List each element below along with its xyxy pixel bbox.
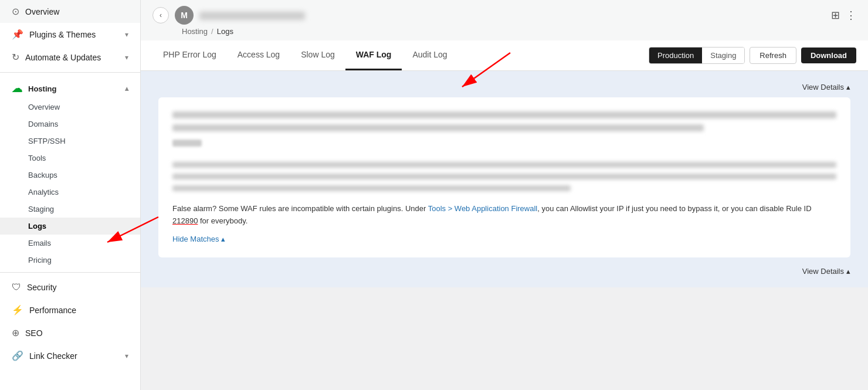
- divider: [0, 272, 140, 273]
- sidebar-item-staging[interactable]: Staging: [0, 201, 140, 218]
- blurred-log-line: [172, 124, 704, 131]
- main-content: ‹ M ⊞ ⋮ Hosting / Logs PHP Error Log Acc…: [141, 0, 868, 390]
- sidebar-item-label: Plugins & Themes: [29, 30, 96, 39]
- sidebar-item-security[interactable]: 🛡 Security: [0, 276, 140, 299]
- waf-link[interactable]: Tools > Web Application Firewall: [428, 204, 538, 213]
- production-button[interactable]: Production: [649, 48, 702, 63]
- sidebar-section-hosting[interactable]: ☁ Hosting ▴: [0, 76, 140, 99]
- view-details-bottom-button[interactable]: View Details ▴: [802, 267, 850, 276]
- sidebar-item-analytics[interactable]: Analytics: [0, 184, 140, 201]
- waf-notice: False alarm? Some WAF rules are incompat…: [172, 203, 836, 228]
- sidebar-item-label: SEO: [25, 328, 43, 338]
- chevron-up-icon: ▴: [125, 84, 128, 93]
- wordpress-icon-button[interactable]: ⊞: [831, 9, 840, 22]
- chevron-down-icon: ▾: [125, 30, 128, 39]
- rule-id: 212890: [172, 216, 198, 225]
- sidebar-item-overview-top[interactable]: ⊙ Overview: [0, 0, 140, 23]
- chevron-up-icon: ▴: [846, 83, 850, 91]
- sidebar-item-label: Overview: [25, 7, 59, 16]
- content-area: View Details ▴ False alarm? Some WAF rul…: [141, 71, 868, 390]
- sidebar-item-label: Link Checker: [29, 351, 77, 361]
- sidebar-item-sftp-ssh[interactable]: SFTP/SSH: [0, 133, 140, 150]
- sidebar-item-label: Performance: [29, 306, 76, 315]
- tab-php-error-log[interactable]: PHP Error Log: [152, 40, 227, 70]
- seo-icon: ⊕: [12, 327, 19, 338]
- performance-icon: ⚡: [12, 304, 23, 316]
- log-card-footer: View Details ▴: [158, 267, 850, 276]
- topbar: ‹ M ⊞ ⋮ Hosting / Logs: [141, 0, 868, 40]
- link-icon: 🔗: [12, 350, 23, 361]
- sidebar-item-logs[interactable]: Logs: [0, 218, 140, 235]
- blurred-log-line: [172, 111, 836, 118]
- chevron-down-icon: ▾: [125, 352, 128, 360]
- tab-audit-log[interactable]: Audit Log: [402, 40, 457, 70]
- breadcrumb-hosting[interactable]: Hosting: [182, 27, 208, 36]
- sidebar-item-domains[interactable]: Domains: [0, 116, 140, 133]
- download-button[interactable]: Download: [801, 48, 856, 63]
- sidebar-item-link-checker[interactable]: 🔗 Link Checker ▾: [0, 344, 140, 367]
- breadcrumb: Hosting / Logs: [182, 27, 856, 36]
- env-toggle: Production Staging: [649, 47, 745, 64]
- tab-access-log[interactable]: Access Log: [227, 40, 290, 70]
- more-options-button[interactable]: ⋮: [846, 9, 856, 22]
- breadcrumb-current: Logs: [217, 27, 233, 36]
- staging-button[interactable]: Staging: [702, 48, 744, 63]
- tab-waf-log[interactable]: WAF Log: [345, 40, 402, 70]
- chevron-down-icon: ▾: [125, 53, 128, 62]
- cloud-icon: ☁: [12, 82, 22, 95]
- blurred-log-line: [172, 174, 836, 179]
- plugins-icon: 📌: [12, 29, 23, 40]
- sidebar-section-label: Hosting: [28, 84, 56, 93]
- sidebar: ⊙ Overview 📌 Plugins & Themes ▾ ↻ Automa…: [0, 0, 141, 390]
- shield-icon: 🛡: [12, 282, 21, 293]
- tab-actions: Production Staging Refresh Download: [649, 47, 856, 64]
- sidebar-item-seo[interactable]: ⊕ SEO: [0, 321, 140, 344]
- sidebar-item-label: Security: [27, 283, 57, 292]
- chevron-up-icon: ▴: [221, 235, 225, 243]
- automate-icon: ↻: [12, 52, 19, 63]
- sidebar-toggle-button[interactable]: ‹: [152, 7, 169, 23]
- sidebar-item-performance[interactable]: ⚡ Performance: [0, 299, 140, 321]
- avatar: M: [175, 6, 194, 25]
- divider: [0, 72, 140, 73]
- chevron-up-icon: ▴: [846, 267, 850, 276]
- tab-slow-log[interactable]: Slow Log: [290, 40, 345, 70]
- blurred-title: [199, 12, 305, 20]
- sidebar-item-overview[interactable]: Overview: [0, 99, 140, 116]
- breadcrumb-separator: /: [211, 27, 213, 36]
- overview-icon: ⊙: [12, 6, 19, 17]
- log-entry-box: False alarm? Some WAF rules are incompat…: [158, 97, 850, 257]
- log-card-header: View Details ▴: [158, 83, 850, 91]
- sidebar-item-emails[interactable]: Emails: [0, 235, 140, 252]
- blurred-log-line: [172, 185, 571, 191]
- sidebar-item-tools[interactable]: Tools: [0, 150, 140, 167]
- tabbar: PHP Error Log Access Log Slow Log WAF Lo…: [141, 40, 868, 71]
- sidebar-item-backups[interactable]: Backups: [0, 167, 140, 184]
- sidebar-item-pricing[interactable]: Pricing: [0, 252, 140, 269]
- sidebar-item-automate-updates[interactable]: ↻ Automate & Updates ▾: [0, 46, 140, 69]
- refresh-button[interactable]: Refresh: [750, 47, 796, 64]
- log-tag: [172, 140, 202, 147]
- site-title: [199, 11, 825, 20]
- sidebar-item-plugins-themes[interactable]: 📌 Plugins & Themes ▾: [0, 23, 140, 46]
- sidebar-item-label: Automate & Updates: [25, 53, 101, 62]
- view-details-top-button[interactable]: View Details ▴: [802, 83, 850, 91]
- blurred-log-line: [172, 162, 836, 168]
- topbar-actions: ⊞ ⋮: [831, 9, 856, 22]
- log-card: View Details ▴ False alarm? Some WAF rul…: [141, 71, 868, 287]
- hide-matches-button[interactable]: Hide Matches ▴: [172, 235, 225, 243]
